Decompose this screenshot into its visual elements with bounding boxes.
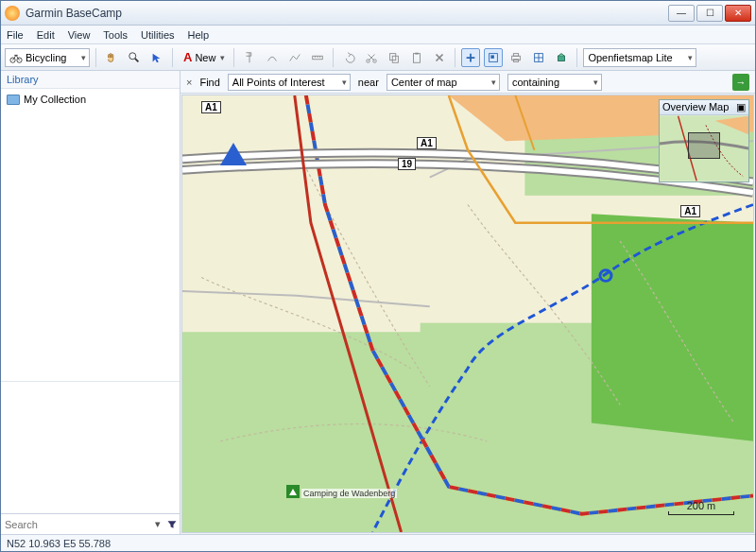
svg-rect-12 <box>414 53 421 62</box>
sidebar: Library My Collection ▾ <box>1 71 180 534</box>
overview-canvas[interactable] <box>660 115 748 181</box>
bicycle-icon <box>9 51 23 64</box>
flag-icon: A <box>183 50 192 64</box>
measure-tool-button[interactable] <box>308 48 327 67</box>
library-tree[interactable]: My Collection <box>1 89 180 381</box>
select-tool-button[interactable] <box>147 48 166 67</box>
find-mode-select[interactable]: containing <box>507 74 602 91</box>
waypoint-tool-button[interactable] <box>240 48 259 67</box>
search-dropdown[interactable]: ▾ <box>151 518 164 530</box>
activity-select[interactable]: Bicycling <box>5 48 90 67</box>
find-subject-select[interactable]: All Points of Interest <box>228 74 351 91</box>
map-product-label: Openfietsmap Lite <box>588 52 672 63</box>
search-input[interactable] <box>1 515 151 534</box>
overview-map[interactable]: Overview Map ▣ <box>659 99 749 182</box>
toggle-overview-button[interactable] <box>484 48 503 67</box>
svg-line-3 <box>135 58 139 61</box>
tree-item-label: My Collection <box>24 94 86 105</box>
close-button[interactable]: ✕ <box>725 5 751 22</box>
camping-icon <box>286 485 300 498</box>
camping-label: Camping de Wadenberg <box>301 489 397 498</box>
window-title: Garmin BaseCamp <box>26 7 668 20</box>
search-row: ▾ <box>1 513 180 534</box>
svg-rect-20 <box>558 56 565 60</box>
find-bar: × Find All Points of Interest near Cente… <box>180 71 755 94</box>
road-badge: A1 <box>417 137 437 149</box>
svg-rect-13 <box>416 52 420 54</box>
menu-tools[interactable]: Tools <box>103 29 128 41</box>
track-tool-button[interactable] <box>285 48 304 67</box>
overview-close-icon[interactable]: ▣ <box>736 101 746 113</box>
separator <box>233 48 234 67</box>
hand-tool-button[interactable] <box>102 48 121 67</box>
svg-point-2 <box>129 52 136 59</box>
map-canvas[interactable]: A1 A1 19 A1 Camping de Wadenberg Overvie… <box>181 95 754 533</box>
menubar: File Edit View Tools Utilities Help <box>1 26 755 44</box>
overview-header: Overview Map ▣ <box>660 100 748 115</box>
minimize-button[interactable]: — <box>668 5 695 22</box>
new-button[interactable]: A New <box>179 48 228 67</box>
folder-icon <box>7 95 20 105</box>
separator <box>333 48 334 67</box>
road-badge: 19 <box>398 158 416 170</box>
svg-rect-17 <box>514 53 519 56</box>
scale-bar-graphic <box>668 511 734 515</box>
cut-button[interactable] <box>362 48 381 67</box>
zoom-tool-button[interactable] <box>125 48 144 67</box>
activity-label: Bicycling <box>26 52 66 63</box>
status-bar: N52 10.963 E5 55.788 <box>1 534 755 551</box>
menu-edit[interactable]: Edit <box>37 29 55 41</box>
sidebar-header: Library <box>1 71 180 89</box>
near-label: near <box>358 77 379 88</box>
new-label: New <box>195 52 215 63</box>
separator <box>576 48 577 67</box>
svg-marker-23 <box>592 214 753 441</box>
overview-viewport[interactable] <box>688 132 720 159</box>
body: Library My Collection ▾ × Find All Point… <box>1 71 755 534</box>
menu-help[interactable]: Help <box>188 29 210 41</box>
undo-button[interactable] <box>339 48 358 67</box>
window-buttons: — ☐ ✕ <box>668 5 751 22</box>
toolbar: Bicycling A New Openfietsmap Lite <box>1 44 755 71</box>
map-area: × Find All Points of Interest near Cente… <box>180 71 755 534</box>
find-location-select[interactable]: Center of map <box>387 74 500 91</box>
toggle-detail-button[interactable] <box>461 48 480 67</box>
north-marker-icon <box>220 143 247 165</box>
copy-button[interactable] <box>385 48 404 67</box>
menu-file[interactable]: File <box>7 29 24 41</box>
app-window: Garmin BaseCamp — ☐ ✕ File Edit View Too… <box>0 0 756 552</box>
menu-view[interactable]: View <box>68 29 91 41</box>
svg-rect-15 <box>491 55 495 59</box>
separator <box>95 48 96 67</box>
find-go-button[interactable]: → <box>732 74 749 91</box>
delete-button[interactable] <box>430 48 449 67</box>
maximize-button[interactable]: ☐ <box>696 5 723 22</box>
print-button[interactable] <box>507 48 525 67</box>
paste-button[interactable] <box>407 48 426 67</box>
route-tool-button[interactable] <box>263 48 282 67</box>
status-coords: N52 10.963 E5 55.788 <box>7 538 111 549</box>
app-icon <box>5 6 20 21</box>
findbar-close[interactable]: × <box>186 77 192 88</box>
separator <box>172 48 173 67</box>
scale-label: 200 m <box>687 500 716 511</box>
map-product-select[interactable]: Openfietsmap Lite <box>583 48 696 67</box>
titlebar: Garmin BaseCamp — ☐ ✕ <box>1 1 755 26</box>
overview-title: Overview Map <box>662 101 729 113</box>
road-badge: A1 <box>680 205 700 217</box>
road-badge: A1 <box>201 101 221 113</box>
tree-item-my-collection[interactable]: My Collection <box>5 93 176 106</box>
sidebar-lower-pane <box>1 381 180 513</box>
filter-button[interactable] <box>164 519 180 530</box>
menu-utilities[interactable]: Utilities <box>141 29 174 41</box>
separator <box>455 48 455 67</box>
find-label: Find <box>199 77 219 88</box>
scale-bar: 200 m <box>668 500 734 515</box>
geocache-button[interactable] <box>552 48 571 67</box>
fit-button[interactable] <box>529 48 548 67</box>
